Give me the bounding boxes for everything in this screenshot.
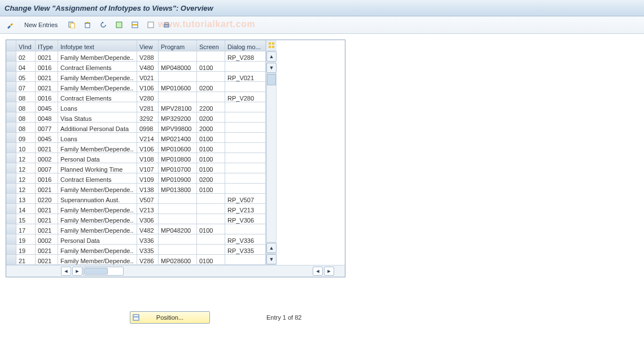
hscroll-left-button-2[interactable]: ◄ <box>313 267 323 276</box>
cell-vind[interactable]: 19 <box>16 245 36 255</box>
cell-text[interactable]: Family Member/Depende.. <box>58 184 137 194</box>
cell-dialog[interactable]: RP_V306 <box>225 214 266 224</box>
cell-view[interactable]: V482 <box>137 224 159 234</box>
cell-vind[interactable]: 15 <box>16 214 36 224</box>
cell-vind[interactable]: 12 <box>16 173 36 184</box>
cell-itype[interactable]: 0002 <box>36 153 58 163</box>
row-selector[interactable] <box>6 224 16 234</box>
cell-dialog[interactable]: RP_V213 <box>225 204 266 214</box>
cell-program[interactable]: MP010900 <box>159 173 197 184</box>
cell-itype[interactable]: 0048 <box>36 112 58 123</box>
cell-screen[interactable]: 2200 <box>197 102 225 112</box>
cell-text[interactable]: Contract Elements <box>58 92 137 102</box>
cell-screen[interactable]: 0100 <box>197 163 225 173</box>
cell-program[interactable]: MP329200 <box>159 112 197 123</box>
cell-program[interactable]: MP010600 <box>159 143 197 153</box>
row-selector[interactable] <box>6 143 16 153</box>
cell-view[interactable]: V108 <box>137 153 159 163</box>
table-settings-icon[interactable] <box>267 40 276 51</box>
cell-dialog[interactable] <box>225 153 266 163</box>
cell-vind[interactable]: 14 <box>16 204 36 214</box>
cell-itype[interactable]: 0007 <box>36 163 58 173</box>
cell-screen[interactable]: 0100 <box>197 62 225 72</box>
cell-text[interactable]: Family Member/Depende.. <box>58 143 137 153</box>
cell-vind[interactable]: 12 <box>16 163 36 173</box>
vscroll-track[interactable] <box>266 73 277 242</box>
cell-text[interactable]: Personal Data <box>58 153 137 163</box>
cell-view[interactable]: V214 <box>137 133 159 143</box>
new-entries-button[interactable]: New Entries <box>19 18 63 32</box>
cell-screen[interactable] <box>197 92 225 102</box>
cell-dialog[interactable]: RP_V021 <box>225 72 266 82</box>
row-selector[interactable] <box>6 214 16 224</box>
cell-screen[interactable]: 0100 <box>197 255 225 265</box>
copy-icon[interactable] <box>65 18 78 32</box>
cell-itype[interactable]: 0016 <box>36 173 58 184</box>
cell-itype[interactable]: 0021 <box>36 143 58 153</box>
cell-screen[interactable] <box>197 72 225 82</box>
cell-itype[interactable]: 0016 <box>36 92 58 102</box>
cell-program[interactable] <box>159 204 197 214</box>
cell-text[interactable]: Loans <box>58 133 137 143</box>
cell-view[interactable]: V286 <box>137 255 159 265</box>
cell-itype[interactable]: 0021 <box>36 245 58 255</box>
cell-itype[interactable]: 0045 <box>36 133 58 143</box>
cell-view[interactable]: V335 <box>137 245 159 255</box>
row-selector[interactable] <box>6 102 16 112</box>
cell-view[interactable]: 3292 <box>137 112 159 123</box>
cell-program[interactable] <box>159 234 197 245</box>
cell-screen[interactable]: 0200 <box>197 173 225 184</box>
cell-screen[interactable] <box>197 51 225 62</box>
cell-vind[interactable]: 12 <box>16 184 36 194</box>
cell-view[interactable]: V106 <box>137 82 159 92</box>
cell-vind[interactable]: 12 <box>16 153 36 163</box>
cell-text[interactable]: Superannuation Aust. <box>58 194 137 204</box>
cell-vind[interactable]: 10 <box>16 143 36 153</box>
cell-program[interactable] <box>159 72 197 82</box>
cell-screen[interactable] <box>197 194 225 204</box>
cell-dialog[interactable] <box>225 173 266 184</box>
row-selector[interactable] <box>6 123 16 133</box>
col-header-vind[interactable]: VInd <box>16 40 36 51</box>
row-selector[interactable] <box>6 133 16 143</box>
cell-vind[interactable]: 05 <box>16 72 36 82</box>
cell-vind[interactable]: 09 <box>16 133 36 143</box>
cell-vind[interactable]: 08 <box>16 102 36 112</box>
cell-dialog[interactable] <box>225 82 266 92</box>
select-all-corner[interactable] <box>6 40 16 51</box>
row-selector[interactable] <box>6 72 16 82</box>
position-button[interactable]: Position... <box>130 311 210 324</box>
cell-screen[interactable]: 0200 <box>197 82 225 92</box>
undo-icon[interactable] <box>97 18 110 32</box>
cell-vind[interactable]: 08 <box>16 112 36 123</box>
cell-dialog[interactable] <box>225 123 266 133</box>
cell-dialog[interactable] <box>225 62 266 72</box>
cell-itype[interactable]: 0021 <box>36 255 58 265</box>
cell-program[interactable] <box>159 51 197 62</box>
cell-itype[interactable]: 0021 <box>36 184 58 194</box>
row-selector[interactable] <box>6 255 16 265</box>
cell-program[interactable]: MP021400 <box>159 133 197 143</box>
cell-view[interactable]: V280 <box>137 92 159 102</box>
select-all-icon[interactable] <box>112 18 126 32</box>
scroll-up-button-bottom[interactable]: ▲ <box>266 243 277 253</box>
col-header-itype[interactable]: IType <box>36 40 58 51</box>
cell-dialog[interactable] <box>225 255 266 265</box>
row-selector[interactable] <box>6 173 16 184</box>
cell-vind[interactable]: 08 <box>16 123 36 133</box>
cell-view[interactable]: V107 <box>137 163 159 173</box>
scroll-up-button[interactable]: ▲ <box>266 51 277 62</box>
cell-vind[interactable]: 04 <box>16 62 36 72</box>
col-header-view[interactable]: View <box>137 40 159 51</box>
cell-text[interactable]: Contract Elements <box>58 62 137 72</box>
row-selector[interactable] <box>6 62 16 72</box>
hscroll-right-button-1[interactable]: ► <box>72 267 82 276</box>
row-selector[interactable] <box>6 112 16 123</box>
row-selector[interactable] <box>6 51 16 62</box>
toggle-change-icon[interactable] <box>3 18 17 32</box>
cell-program[interactable]: MP010800 <box>159 153 197 163</box>
cell-screen[interactable] <box>197 214 225 224</box>
cell-view[interactable]: V213 <box>137 204 159 214</box>
hscroll-track-1[interactable] <box>83 267 124 276</box>
col-header-program[interactable]: Program <box>159 40 197 51</box>
